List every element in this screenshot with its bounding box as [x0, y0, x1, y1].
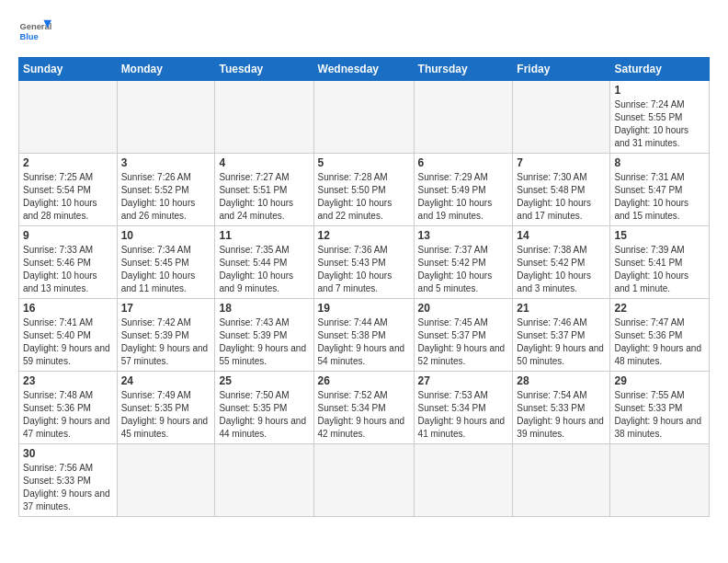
calendar-cell: [414, 81, 513, 154]
calendar-cell: 11Sunrise: 7:35 AM Sunset: 5:44 PM Dayli…: [215, 226, 313, 299]
calendar-cell: [513, 81, 610, 154]
day-number: 29: [614, 374, 705, 387]
logo: General Blue: [18, 15, 51, 48]
day-number: 14: [517, 229, 606, 242]
calendar-cell: 3Sunrise: 7:26 AM Sunset: 5:52 PM Daylig…: [117, 154, 215, 226]
calendar-cell: 2Sunrise: 7:25 AM Sunset: 5:54 PM Daylig…: [19, 154, 118, 226]
day-info: Sunrise: 7:45 AM Sunset: 5:37 PM Dayligh…: [418, 316, 509, 368]
weekday-header: Sunday: [19, 58, 118, 81]
day-number: 3: [121, 156, 211, 169]
weekday-header: Thursday: [414, 58, 513, 81]
calendar-cell: 16Sunrise: 7:41 AM Sunset: 5:40 PM Dayli…: [19, 299, 118, 372]
day-info: Sunrise: 7:36 AM Sunset: 5:43 PM Dayligh…: [318, 244, 410, 295]
day-info: Sunrise: 7:46 AM Sunset: 5:37 PM Dayligh…: [517, 316, 606, 368]
weekday-header: Friday: [513, 58, 610, 81]
day-number: 12: [318, 229, 410, 242]
weekday-header: Wednesday: [313, 58, 414, 81]
calendar-cell: 9Sunrise: 7:33 AM Sunset: 5:46 PM Daylig…: [19, 226, 118, 299]
day-info: Sunrise: 7:39 AM Sunset: 5:41 PM Dayligh…: [614, 244, 705, 295]
calendar-cell: 17Sunrise: 7:42 AM Sunset: 5:39 PM Dayli…: [117, 299, 215, 372]
calendar-cell: [414, 444, 513, 517]
day-info: Sunrise: 7:41 AM Sunset: 5:40 PM Dayligh…: [23, 316, 113, 368]
calendar-cell: 21Sunrise: 7:46 AM Sunset: 5:37 PM Dayli…: [513, 299, 610, 372]
day-info: Sunrise: 7:52 AM Sunset: 5:34 PM Dayligh…: [318, 389, 410, 441]
day-number: 13: [418, 229, 509, 242]
day-number: 18: [219, 302, 309, 315]
general-blue-icon: General Blue: [18, 15, 51, 48]
calendar-cell: 23Sunrise: 7:48 AM Sunset: 5:36 PM Dayli…: [19, 372, 118, 444]
calendar-cell: 4Sunrise: 7:27 AM Sunset: 5:51 PM Daylig…: [215, 154, 313, 226]
day-number: 17: [121, 302, 211, 315]
calendar-table: SundayMondayTuesdayWednesdayThursdayFrid…: [18, 57, 710, 517]
day-number: 19: [318, 302, 410, 315]
day-number: 1: [614, 84, 705, 97]
day-info: Sunrise: 7:53 AM Sunset: 5:34 PM Dayligh…: [418, 389, 509, 441]
calendar-cell: 7Sunrise: 7:30 AM Sunset: 5:48 PM Daylig…: [513, 154, 610, 226]
day-number: 7: [517, 156, 606, 169]
weekday-header: Saturday: [610, 58, 710, 81]
day-info: Sunrise: 7:27 AM Sunset: 5:51 PM Dayligh…: [219, 171, 309, 223]
day-number: 23: [23, 374, 113, 387]
day-info: Sunrise: 7:24 AM Sunset: 5:55 PM Dayligh…: [614, 98, 705, 150]
day-number: 30: [23, 447, 113, 460]
day-info: Sunrise: 7:48 AM Sunset: 5:36 PM Dayligh…: [23, 389, 113, 441]
page: General Blue SundayMondayTuesdayWednesda…: [0, 0, 728, 526]
calendar-cell: 10Sunrise: 7:34 AM Sunset: 5:45 PM Dayli…: [117, 226, 215, 299]
calendar-cell: [215, 444, 313, 517]
day-number: 6: [418, 156, 509, 169]
calendar-body: 1Sunrise: 7:24 AM Sunset: 5:55 PM Daylig…: [19, 81, 710, 517]
day-info: Sunrise: 7:28 AM Sunset: 5:50 PM Dayligh…: [318, 171, 410, 223]
day-info: Sunrise: 7:49 AM Sunset: 5:35 PM Dayligh…: [121, 389, 211, 441]
day-number: 22: [614, 302, 705, 315]
calendar-cell: 6Sunrise: 7:29 AM Sunset: 5:49 PM Daylig…: [414, 154, 513, 226]
day-number: 9: [23, 229, 113, 242]
calendar-cell: [313, 444, 414, 517]
day-info: Sunrise: 7:42 AM Sunset: 5:39 PM Dayligh…: [121, 316, 211, 368]
calendar-cell: [19, 81, 118, 154]
day-number: 27: [418, 374, 509, 387]
calendar-cell: 22Sunrise: 7:47 AM Sunset: 5:36 PM Dayli…: [610, 299, 710, 372]
calendar-cell: 29Sunrise: 7:55 AM Sunset: 5:33 PM Dayli…: [610, 372, 710, 444]
day-number: 11: [219, 229, 309, 242]
calendar-cell: 15Sunrise: 7:39 AM Sunset: 5:41 PM Dayli…: [610, 226, 710, 299]
calendar-cell: 30Sunrise: 7:56 AM Sunset: 5:33 PM Dayli…: [19, 444, 118, 517]
day-number: 26: [318, 374, 410, 387]
calendar-cell: 14Sunrise: 7:38 AM Sunset: 5:42 PM Dayli…: [513, 226, 610, 299]
calendar-cell: 13Sunrise: 7:37 AM Sunset: 5:42 PM Dayli…: [414, 226, 513, 299]
day-info: Sunrise: 7:35 AM Sunset: 5:44 PM Dayligh…: [219, 244, 309, 295]
calendar-cell: 18Sunrise: 7:43 AM Sunset: 5:39 PM Dayli…: [215, 299, 313, 372]
day-number: 21: [517, 302, 606, 315]
day-number: 2: [23, 156, 113, 169]
day-info: Sunrise: 7:29 AM Sunset: 5:49 PM Dayligh…: [418, 171, 509, 223]
day-number: 5: [318, 156, 410, 169]
day-info: Sunrise: 7:33 AM Sunset: 5:46 PM Dayligh…: [23, 244, 113, 295]
calendar-cell: 5Sunrise: 7:28 AM Sunset: 5:50 PM Daylig…: [313, 154, 414, 226]
day-info: Sunrise: 7:30 AM Sunset: 5:48 PM Dayligh…: [517, 171, 606, 223]
calendar-cell: [117, 81, 215, 154]
day-number: 16: [23, 302, 113, 315]
day-info: Sunrise: 7:47 AM Sunset: 5:36 PM Dayligh…: [614, 316, 705, 368]
day-info: Sunrise: 7:43 AM Sunset: 5:39 PM Dayligh…: [219, 316, 309, 368]
svg-text:Blue: Blue: [19, 32, 38, 41]
day-info: Sunrise: 7:26 AM Sunset: 5:52 PM Dayligh…: [121, 171, 211, 223]
calendar-cell: 24Sunrise: 7:49 AM Sunset: 5:35 PM Dayli…: [117, 372, 215, 444]
day-number: 20: [418, 302, 509, 315]
day-info: Sunrise: 7:31 AM Sunset: 5:47 PM Dayligh…: [614, 171, 705, 223]
header: General Blue: [18, 15, 710, 48]
calendar-cell: 25Sunrise: 7:50 AM Sunset: 5:35 PM Dayli…: [215, 372, 313, 444]
day-number: 15: [614, 229, 705, 242]
day-info: Sunrise: 7:25 AM Sunset: 5:54 PM Dayligh…: [23, 171, 113, 223]
calendar-cell: 19Sunrise: 7:44 AM Sunset: 5:38 PM Dayli…: [313, 299, 414, 372]
day-info: Sunrise: 7:56 AM Sunset: 5:33 PM Dayligh…: [23, 462, 113, 513]
weekday-header: Monday: [117, 58, 215, 81]
day-number: 28: [517, 374, 606, 387]
calendar-cell: 1Sunrise: 7:24 AM Sunset: 5:55 PM Daylig…: [610, 81, 710, 154]
day-info: Sunrise: 7:50 AM Sunset: 5:35 PM Dayligh…: [219, 389, 309, 441]
calendar-cell: 12Sunrise: 7:36 AM Sunset: 5:43 PM Dayli…: [313, 226, 414, 299]
day-number: 10: [121, 229, 211, 242]
calendar-cell: [610, 444, 710, 517]
day-number: 4: [219, 156, 309, 169]
calendar-cell: 8Sunrise: 7:31 AM Sunset: 5:47 PM Daylig…: [610, 154, 710, 226]
calendar-cell: 20Sunrise: 7:45 AM Sunset: 5:37 PM Dayli…: [414, 299, 513, 372]
day-info: Sunrise: 7:38 AM Sunset: 5:42 PM Dayligh…: [517, 244, 606, 295]
